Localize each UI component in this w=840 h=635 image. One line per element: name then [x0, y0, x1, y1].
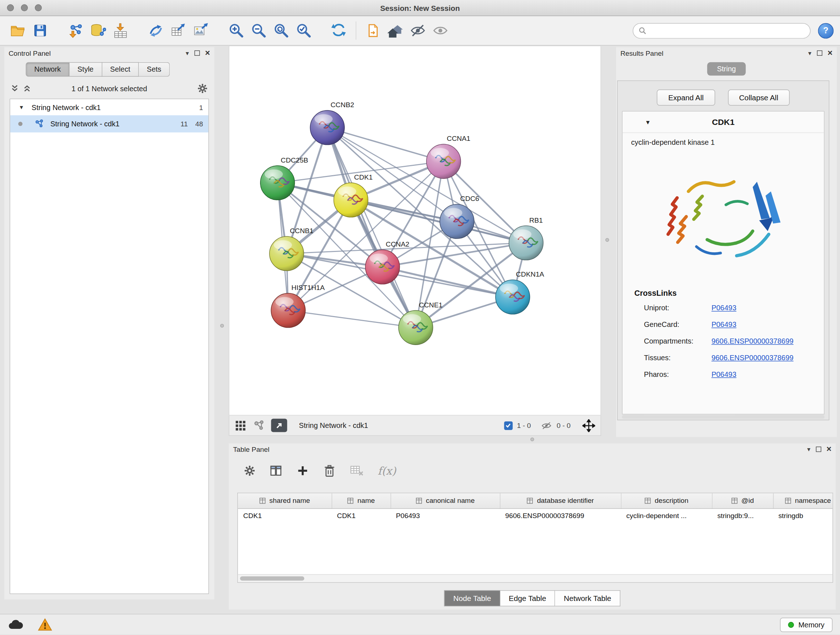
cell-database-identifier[interactable]: 9606.ENSP00000378699: [500, 508, 621, 523]
zoom-selected-button[interactable]: [293, 19, 315, 42]
search-box[interactable]: [633, 23, 811, 38]
column-header-namespace[interactable]: namespace: [773, 493, 833, 508]
float-panel-icon[interactable]: ▾: [186, 50, 189, 57]
collapse-section-icon[interactable]: ▾: [646, 118, 650, 126]
column-header-description[interactable]: description: [621, 493, 712, 508]
open-session-button[interactable]: [6, 19, 29, 42]
search-input[interactable]: [650, 27, 805, 35]
close-panel-icon[interactable]: ×: [827, 445, 832, 454]
export-network-button[interactable]: [145, 19, 167, 42]
selected-checkbox-icon[interactable]: [504, 421, 513, 430]
cloud-icon[interactable]: [8, 619, 24, 631]
network-collection-row[interactable]: ▾ String Network - cdk1 1: [10, 99, 208, 115]
cell-namespace[interactable]: stringdb: [773, 508, 833, 523]
network-view[interactable]: CCNB2CCNA1CDC25BCDK1CDC6RB1CCNB1CCNA2CDK…: [229, 46, 600, 415]
table-settings-gear-icon[interactable]: [244, 465, 256, 477]
protein-card-header[interactable]: ▾ CDK1: [622, 111, 824, 133]
memory-button[interactable]: Memory: [780, 617, 833, 632]
float-panel-icon[interactable]: ▾: [808, 50, 812, 57]
delete-column-trash-icon[interactable]: [323, 464, 336, 478]
export-table-button[interactable]: [167, 19, 189, 42]
scrollbar-thumb[interactable]: [240, 576, 304, 581]
tree-expander-icon[interactable]: ▾: [18, 103, 25, 111]
show-columns-icon[interactable]: [270, 464, 283, 477]
network-edge-CCNB2-CCNA1[interactable]: [327, 127, 444, 161]
cell-id[interactable]: stringdb:9...: [712, 508, 773, 523]
zoom-in-button[interactable]: [225, 19, 248, 42]
maximize-panel-icon[interactable]: [816, 447, 821, 452]
maximize-panel-icon[interactable]: [194, 50, 200, 56]
copy-document-button[interactable]: [362, 19, 384, 42]
warning-icon[interactable]: [38, 618, 52, 632]
zoom-fit-button[interactable]: [270, 19, 292, 42]
column-header-shared-name[interactable]: shared name: [238, 493, 332, 508]
expand-all-button[interactable]: Expand All: [657, 89, 715, 105]
crosslink-link[interactable]: 9606.ENSP00000378699: [712, 354, 794, 362]
crosslink-link[interactable]: P06493: [712, 321, 737, 329]
column-header-name[interactable]: name: [332, 493, 391, 508]
detach-view-button[interactable]: [271, 419, 287, 432]
network-node-CDC6[interactable]: CDC6: [440, 195, 479, 239]
tab-select[interactable]: Select: [102, 62, 139, 77]
cell-canonical-name[interactable]: P06493: [391, 508, 500, 523]
window-close-button[interactable]: [7, 4, 14, 11]
collapse-all-button[interactable]: Collapse All: [728, 89, 790, 105]
tab-network[interactable]: Network: [26, 62, 69, 77]
network-node-HIST1H1A[interactable]: HIST1H1A: [271, 284, 325, 328]
results-scrollbar[interactable]: [622, 415, 824, 418]
tab-style[interactable]: Style: [69, 62, 102, 77]
network-edge-HIST1H1A-CCNE1[interactable]: [288, 310, 416, 327]
column-header-id[interactable]: @id: [712, 493, 773, 508]
right-splitter-handle[interactable]: [605, 238, 609, 242]
import-table-button[interactable]: [109, 19, 132, 42]
close-panel-icon[interactable]: ×: [205, 49, 210, 57]
cell-name[interactable]: CDK1: [332, 508, 391, 523]
cell-shared-name[interactable]: CDK1: [238, 508, 332, 523]
crosslink-link[interactable]: P06493: [712, 304, 737, 312]
pan-icon[interactable]: [583, 419, 595, 432]
window-minimize-button[interactable]: [21, 4, 28, 11]
crosslink-link[interactable]: 9606.ENSP00000378699: [712, 337, 794, 345]
hide-selected-button[interactable]: [407, 19, 429, 42]
cell-description[interactable]: cyclin-dependent ...: [621, 508, 712, 523]
results-tab-string[interactable]: String: [707, 62, 745, 76]
export-image-button[interactable]: [189, 19, 212, 42]
function-builder-icon[interactable]: f(x): [378, 464, 396, 477]
tab-sets[interactable]: Sets: [139, 62, 170, 77]
network-overview-icon[interactable]: [253, 420, 265, 432]
clear-table-icon[interactable]: [350, 464, 364, 477]
network-node-CCNB1[interactable]: CCNB1: [270, 227, 314, 271]
show-all-button[interactable]: [429, 19, 452, 42]
column-header-canonical-name[interactable]: canonical name: [391, 493, 500, 508]
save-session-button[interactable]: [29, 19, 51, 42]
network-node-RB1[interactable]: RB1: [509, 217, 543, 260]
tab-edge-table[interactable]: Edge Table: [500, 590, 555, 606]
network-canvas[interactable]: CCNB2CCNA1CDC25BCDK1CDC6RB1CCNB1CCNA2CDK…: [229, 46, 601, 416]
import-network-database-button[interactable]: [87, 19, 109, 42]
grid-icon[interactable]: [235, 420, 247, 432]
zoom-out-button[interactable]: [248, 19, 270, 42]
network-edge-CCNB2-CCNE1[interactable]: [327, 127, 416, 327]
window-zoom-button[interactable]: [35, 4, 42, 11]
help-button[interactable]: ?: [818, 23, 834, 38]
network-node-CDC25B[interactable]: CDC25B: [261, 157, 308, 200]
tab-node-table[interactable]: Node Table: [444, 590, 500, 606]
maximize-panel-icon[interactable]: [817, 50, 822, 56]
table-row[interactable]: CDK1 CDK1 P06493 9606.ENSP00000378699 cy…: [238, 508, 833, 523]
column-header-database-identifier[interactable]: database identifier: [500, 493, 621, 508]
add-column-icon[interactable]: [296, 464, 309, 477]
network-row[interactable]: String Network - cdk1 11 48: [10, 115, 208, 132]
tab-network-table[interactable]: Network Table: [555, 590, 621, 606]
network-node-CCNB2[interactable]: CCNB2: [310, 101, 354, 145]
import-network-file-button[interactable]: [65, 19, 87, 42]
crosslink-link[interactable]: P06493: [712, 371, 737, 378]
string-home-button[interactable]: [384, 19, 407, 42]
left-splitter-handle[interactable]: [220, 324, 224, 327]
float-panel-icon[interactable]: ▾: [807, 446, 810, 453]
network-node-CCNA1[interactable]: CCNA1: [426, 135, 471, 179]
hidden-eye-slash-icon[interactable]: [540, 420, 553, 431]
table-horizontal-scrollbar[interactable]: [238, 574, 833, 582]
bottom-splitter-handle[interactable]: [531, 437, 534, 441]
refresh-network-button[interactable]: [328, 19, 350, 42]
close-panel-icon[interactable]: ×: [827, 49, 832, 57]
